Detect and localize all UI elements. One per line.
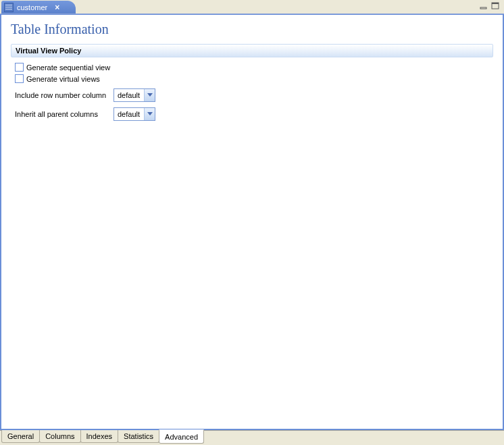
- include-row-number-select[interactable]: default: [114, 88, 155, 102]
- inherit-parent-columns-label: Inherit all parent columns: [15, 110, 109, 118]
- tab-advanced[interactable]: Advanced: [159, 429, 204, 444]
- generate-sequential-checkbox[interactable]: [15, 63, 24, 72]
- generate-virtual-label: Generate virtual views: [26, 75, 100, 83]
- tab-statistics[interactable]: Statistics: [118, 430, 159, 443]
- inherit-parent-columns-row: Inherit all parent columns default: [15, 107, 489, 121]
- svg-rect-2: [492, 3, 499, 4]
- include-row-number-value: default: [118, 91, 140, 99]
- inherit-parent-columns-value: default: [118, 110, 140, 118]
- editor-tab-customer[interactable]: customer ×: [1, 1, 76, 14]
- page-title: Table Information: [11, 22, 493, 37]
- editor-tab-bar: customer ×: [0, 0, 504, 14]
- editor-content: Table Information Virtual View Policy Ge…: [0, 14, 504, 430]
- close-icon[interactable]: ×: [55, 3, 59, 11]
- chevron-down-icon: [144, 108, 155, 120]
- table-icon: [4, 3, 14, 12]
- tab-general[interactable]: General: [1, 430, 40, 443]
- generate-sequential-row: Generate sequential view: [15, 63, 489, 72]
- generate-virtual-checkbox[interactable]: [15, 74, 24, 83]
- svg-rect-0: [480, 7, 486, 9]
- include-row-number-row: Include row number column default: [15, 88, 489, 102]
- tab-columns[interactable]: Columns: [39, 430, 80, 443]
- chevron-down-icon: [144, 89, 155, 101]
- tab-indexes[interactable]: Indexes: [80, 430, 119, 443]
- include-row-number-label: Include row number column: [15, 91, 109, 99]
- generate-sequential-label: Generate sequential view: [26, 63, 110, 72]
- section-body: Generate sequential view Generate virtua…: [11, 57, 493, 122]
- maximize-icon[interactable]: [491, 2, 500, 10]
- virtual-view-policy-section: Virtual View Policy Generate sequential …: [11, 44, 493, 122]
- window-controls: [480, 2, 500, 10]
- section-header: Virtual View Policy: [11, 44, 493, 57]
- minimize-icon[interactable]: [480, 2, 488, 10]
- inherit-parent-columns-select[interactable]: default: [114, 107, 155, 121]
- editor-tab-label: customer: [17, 3, 47, 11]
- bottom-tab-bar: General Columns Indexes Statistics Advan…: [0, 430, 504, 444]
- generate-virtual-row: Generate virtual views: [15, 74, 489, 83]
